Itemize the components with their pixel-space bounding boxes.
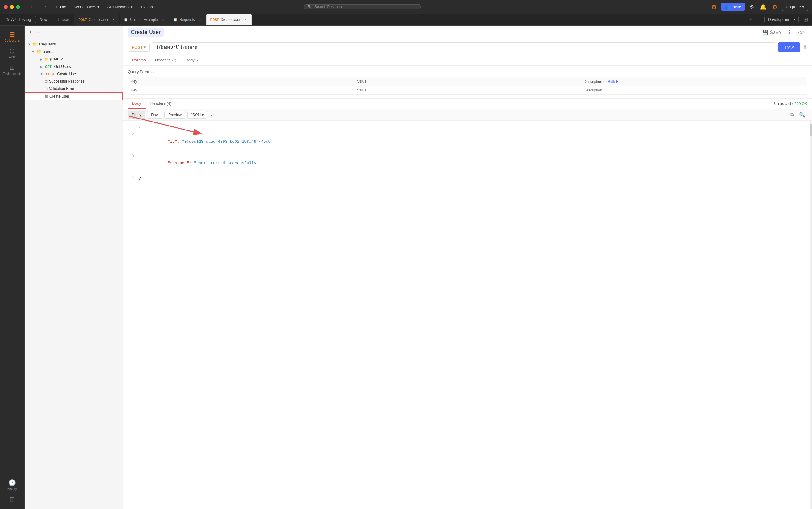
more-options-button[interactable]: ··· [112, 28, 120, 36]
mock-icon: ⊡ [9, 496, 15, 503]
sidebar-item-mock[interactable]: ⊡ [0, 493, 24, 505]
url-input[interactable] [152, 42, 775, 52]
tab-body[interactable]: Body [181, 55, 203, 65]
gear-settings-icon[interactable]: ⚙ [710, 2, 718, 12]
more-tabs-button[interactable]: ··· [755, 16, 764, 23]
tree-example-successful[interactable]: ⊡ Successful Response [25, 78, 123, 85]
maximize-button[interactable] [16, 5, 20, 9]
status-code-badge: 200 OK [794, 102, 807, 106]
tree-item-get-users[interactable]: ▶ GET Get Users [25, 63, 123, 70]
sidebar-item-history[interactable]: 🕐 History [0, 476, 24, 493]
request-name-wrap: Create User [128, 28, 760, 37]
sidebar-item-collections[interactable]: ☰ Collections [0, 28, 24, 45]
tree-folder-users[interactable]: ▼ 📁 users [25, 48, 123, 56]
params-table: Key Value Description ··· Bulk Edit [128, 77, 807, 95]
description-input[interactable] [584, 88, 804, 92]
key-input[interactable] [131, 88, 351, 92]
raw-format-button[interactable]: Raw [147, 111, 162, 118]
query-params-label: Query Params [128, 69, 807, 74]
column-more-button[interactable]: ··· [603, 79, 607, 84]
forward-button[interactable]: → [40, 3, 49, 11]
upgrade-button[interactable]: Upgrade ▾ [782, 3, 808, 11]
import-button[interactable]: Import [54, 16, 74, 23]
search-response-button[interactable]: 🔍 [797, 111, 807, 118]
filter-response-button[interactable]: ⇌ [209, 111, 217, 118]
close-button[interactable] [4, 5, 8, 9]
url-bar: POST ▾ Try ↗ ℹ [123, 39, 812, 55]
invite-button[interactable]: 👥 Invite [721, 3, 745, 11]
bulk-edit-button[interactable]: Bulk Edit [608, 79, 622, 84]
collection-tree: ▼ 📁 Requests ▼ 📁 users ▶ 📁 {user_id} ▶ G… [25, 38, 123, 509]
format-type-selector[interactable]: JSON ▾ [187, 111, 207, 118]
method-badge-post: POST [78, 18, 87, 22]
tab-params[interactable]: Params [128, 55, 150, 65]
tree-item-create-user-parent[interactable]: ▼ POST Create User [25, 70, 123, 78]
add-tab-button[interactable]: + [747, 15, 755, 24]
back-button[interactable]: ← [28, 3, 37, 11]
try-button[interactable]: Try ↗ [778, 42, 800, 52]
save-button[interactable]: 💾 Save [760, 28, 783, 37]
value-input[interactable] [357, 88, 577, 92]
tree-collection-requests[interactable]: ▼ 📁 Requests [25, 40, 123, 48]
table-row [128, 86, 807, 95]
invite-icon: 👥 [725, 5, 730, 9]
code-content: "id": "0fd5d128-daad-4898-bc02-198a49f44… [139, 131, 275, 152]
titlebar-links: Home Workspaces ▾ API Network ▾ Explore [52, 3, 158, 11]
explore-link[interactable]: Explore [137, 3, 158, 11]
tab-close-button[interactable]: × [243, 17, 248, 22]
filter-button[interactable]: ≡ [35, 28, 41, 36]
response-area: Body Headers (4) Status code 200 OK Pret… [123, 98, 812, 509]
scrollbar-thumb[interactable] [810, 124, 812, 136]
layout-toggle-button[interactable]: ⊞ [802, 15, 810, 25]
method-selector[interactable]: POST ▾ [128, 43, 150, 52]
line-number: 3 [128, 152, 134, 174]
home-link[interactable]: Home [52, 3, 70, 11]
sidebar-item-apis[interactable]: ⬡ APIs [0, 45, 24, 61]
tab-create-user-active[interactable]: POST Create User × [206, 14, 252, 26]
workspaces-link[interactable]: Workspaces ▾ [71, 3, 103, 11]
new-button[interactable]: New [35, 16, 52, 23]
tab-untitled-example[interactable]: 📋 Untitled Example × [120, 14, 169, 26]
tab-close-button[interactable]: × [161, 17, 165, 22]
notifications-icon[interactable]: 🔔 [758, 2, 768, 12]
left-panel: + ≡ ··· ▼ 📁 Requests ▼ 📁 users ▶ 📁 {u [25, 26, 123, 509]
api-network-link[interactable]: API Network ▾ [104, 3, 137, 11]
tab-close-button[interactable]: × [198, 17, 202, 22]
delete-button[interactable]: 🗑 [785, 29, 794, 37]
tree-folder-user-id[interactable]: ▶ 📁 {user_id} [25, 56, 123, 63]
settings-icon[interactable]: ⚙ [748, 2, 756, 12]
chevron-right-icon: ▶ [40, 65, 42, 69]
tree-example-create-user[interactable]: ⊡ Create User [25, 92, 123, 100]
code-line-2: 2 "id": "0fd5d128-daad-4898-bc02-198a49f… [128, 131, 807, 152]
line-number: 1 [128, 124, 134, 131]
copy-response-button[interactable]: ⧉ [788, 111, 795, 118]
avatar-icon[interactable]: ⚙ [771, 2, 779, 12]
sidebar-item-label: Environments [3, 72, 22, 75]
tree-example-validation[interactable]: ⊡ Validation Error [25, 85, 123, 92]
titlebar: ← → Home Workspaces ▾ API Network ▾ Expl… [0, 0, 812, 13]
minimize-button[interactable] [10, 5, 14, 9]
request-name-display[interactable]: Create User [128, 28, 164, 37]
save-icon: 💾 [762, 30, 769, 35]
example-name: Create User [50, 94, 69, 99]
method-label: POST [132, 45, 142, 49]
response-tab-body[interactable]: Body [128, 99, 145, 109]
sidebar-item-environments[interactable]: ⊞ Environments [0, 61, 24, 78]
pretty-format-button[interactable]: Pretty [128, 111, 145, 118]
code-line-4: 4 } [128, 174, 807, 181]
info-panel-button[interactable]: ℹ [803, 43, 807, 51]
response-tab-headers[interactable]: Headers (4) [146, 99, 176, 109]
request-name: Get Users [54, 65, 71, 69]
code-view-button[interactable]: </> [796, 29, 807, 37]
apis-icon: ⬡ [9, 47, 15, 55]
tab-close-button[interactable]: × [111, 17, 116, 22]
tab-post-create-user[interactable]: POST Create User × [74, 14, 120, 26]
scrollbar[interactable] [810, 121, 812, 509]
tab-headers[interactable]: Headers (2) [151, 55, 181, 65]
search-bar[interactable]: 🔍 Search Postman [304, 4, 421, 9]
add-collection-button[interactable]: + [28, 28, 33, 36]
collection-icon: 📁 [33, 42, 37, 46]
preview-format-button[interactable]: Preview [164, 111, 186, 118]
tab-requests[interactable]: 📋 Requests × [169, 14, 206, 26]
environment-selector[interactable]: Development ▾ [765, 16, 799, 23]
